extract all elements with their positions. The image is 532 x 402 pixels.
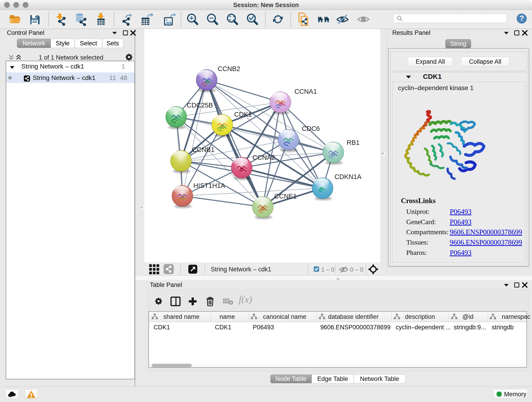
svg-text:HIST1H1A: HIST1H1A (193, 182, 225, 189)
svg-text:CDKN1A: CDKN1A (335, 173, 361, 180)
svg-text:CDK1: CDK1 (234, 111, 252, 118)
svg-text:RB1: RB1 (347, 139, 360, 146)
svg-text:CCNE1: CCNE1 (274, 192, 297, 200)
svg-text:CDC25B: CDC25B (187, 102, 213, 109)
svg-text:CCNB1: CCNB1 (192, 146, 215, 153)
svg-text:CDC6: CDC6 (302, 125, 320, 132)
svg-text:CCNB2: CCNB2 (218, 65, 240, 72)
svg-text:CCNA1: CCNA1 (294, 88, 317, 95)
svg-text:CCNA2: CCNA2 (253, 154, 275, 161)
